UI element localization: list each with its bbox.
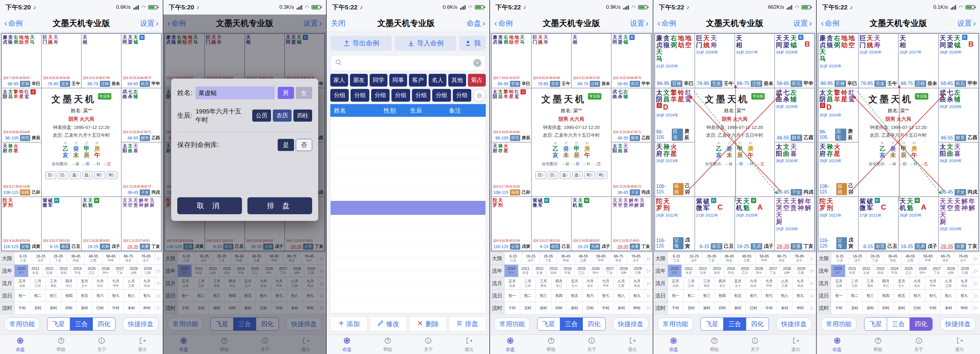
period-cell[interactable]: 巳时 bbox=[582, 302, 598, 314]
palace-cell[interactable]: 太阳文曲天喜36岁 2030年36-45子女丙戌 bbox=[939, 142, 979, 197]
period-row-next-icon[interactable]: ▷ bbox=[972, 302, 980, 314]
period-cell[interactable]: 初五 bbox=[894, 290, 910, 301]
period-cell[interactable]: 16-25戊子 bbox=[522, 252, 539, 265]
period-cell[interactable]: 初二 bbox=[520, 290, 536, 301]
period-cell[interactable]: 6-15己丑 bbox=[831, 252, 849, 265]
period-cell[interactable]: 初七 bbox=[108, 290, 124, 301]
period-cell[interactable]: 2029己酉 bbox=[631, 265, 645, 277]
period-cell[interactable]: 六月癸未 bbox=[92, 277, 108, 289]
period-cell[interactable]: 申时 bbox=[956, 302, 972, 314]
period-cell[interactable]: 初九 bbox=[956, 290, 972, 301]
period-cell[interactable]: 初九 bbox=[630, 290, 645, 301]
period-cell[interactable]: 初四 bbox=[61, 290, 77, 301]
period-cell[interactable]: 初三 bbox=[863, 290, 878, 301]
period-cell[interactable]: 2027丁未 bbox=[113, 265, 127, 277]
period-cell[interactable]: 16-25戊子 bbox=[686, 252, 703, 265]
period-cell[interactable]: 四月辛巳 bbox=[715, 277, 730, 289]
period-cell[interactable]: 八月乙酉 bbox=[614, 277, 630, 289]
period-cell[interactable]: 初一 bbox=[504, 290, 520, 301]
period-row-label[interactable]: 流年 bbox=[653, 265, 668, 277]
palace-cell[interactable]: 太阴文昌擎羊铃星红鸾忌D30岁 2024年96-105田宅庚辰 bbox=[818, 88, 858, 142]
period-cell[interactable]: 6-15己丑 bbox=[504, 252, 522, 265]
male-button[interactable]: 男 bbox=[278, 87, 294, 99]
common-functions-button[interactable]: 常用功能 bbox=[494, 317, 530, 331]
period-cell[interactable]: 初三 bbox=[699, 290, 715, 301]
period-cell[interactable]: 66-75癸未 bbox=[120, 252, 137, 265]
period-cell[interactable]: 2028戊申 bbox=[617, 265, 631, 277]
period-row-label[interactable]: 流月 bbox=[817, 277, 831, 289]
period-cell[interactable]: 初二 bbox=[30, 290, 46, 301]
import-cases-button[interactable]: 导入命例 bbox=[395, 36, 456, 51]
mode-option-2[interactable]: 四化 bbox=[583, 318, 605, 330]
period-cell[interactable]: 初八 bbox=[941, 290, 956, 301]
palace-cell[interactable]: 天府禄存火星流年:5.17.29.41.53.65106-115福德己卯 bbox=[2, 142, 41, 197]
palace-cell[interactable]: 廉贞贪狼右弼地劫地空天马流年:7.19.31.43.55.6786-95官禄辛巳 bbox=[492, 33, 531, 88]
case-row[interactable] bbox=[331, 201, 485, 215]
palace-cell[interactable]: 太阳文曲天喜流年:12.24.36.48.60.7236-45子女丙戌 bbox=[611, 142, 651, 197]
period-cell[interactable]: 初六 bbox=[92, 290, 108, 301]
stepper-button[interactable]: 盘↓ bbox=[572, 171, 583, 179]
case-row[interactable] bbox=[331, 257, 485, 271]
period-cell[interactable]: 初八 bbox=[777, 290, 793, 301]
period-row-next-icon[interactable]: ▷ bbox=[808, 252, 816, 265]
period-cell[interactable]: 巳时 bbox=[92, 302, 108, 314]
period-cell[interactable]: 巳时 bbox=[746, 302, 762, 314]
palace-cell[interactable]: 天机天魁禄流年:2.14.26.38.50.6216-25兄弟戊子 bbox=[81, 197, 121, 251]
period-cell[interactable]: 2026丙午 bbox=[99, 265, 113, 277]
period-row-next-icon[interactable]: ▷ bbox=[645, 277, 653, 289]
palace-cell[interactable]: 武曲七杀左辅流年:11.23.35.47.59.7146-55财帛乙酉 bbox=[121, 88, 161, 142]
period-cell[interactable]: 五月壬午 bbox=[567, 277, 582, 289]
period-cell[interactable]: 2026丙午 bbox=[589, 265, 603, 277]
period-cell[interactable]: 76-85壬午 bbox=[137, 252, 155, 265]
tab-about[interactable]: 关于 bbox=[898, 335, 939, 354]
cancel-button[interactable]: 取 消 bbox=[177, 197, 242, 214]
period-cell[interactable]: 2023癸卯 bbox=[547, 265, 560, 277]
palace-cell[interactable]: 陀罗天刑流年:4.16.28.40.52.64116-125父母戊寅 bbox=[2, 197, 41, 251]
mode-option-1[interactable]: 三合 bbox=[560, 318, 583, 330]
period-cell[interactable]: 66-75癸未 bbox=[610, 252, 627, 265]
period-cell[interactable]: 初二 bbox=[684, 290, 699, 301]
nav-close-button[interactable]: 关闭 bbox=[331, 18, 345, 28]
period-row-next-icon[interactable]: ▷ bbox=[645, 252, 653, 265]
action-edit-button[interactable]: 修改 bbox=[370, 316, 407, 332]
period-row-next-icon[interactable]: ▷ bbox=[808, 265, 816, 277]
stepper-button[interactable]: 时↑ bbox=[584, 171, 595, 179]
paipan-button[interactable]: 排 盘 bbox=[247, 197, 312, 214]
action-add-button[interactable]: 添加 bbox=[330, 316, 368, 332]
period-cell[interactable]: 辰时 bbox=[77, 302, 92, 314]
period-cell[interactable]: 46-55乙酉 bbox=[902, 252, 919, 265]
period-row-label[interactable]: 流时 bbox=[0, 302, 14, 314]
palace-cell[interactable]: 太阳文曲天喜流年:12.24.36.48.60.7236-45子女丙戌 bbox=[121, 142, 161, 197]
period-row-next-icon[interactable]: ▷ bbox=[808, 290, 816, 301]
category-tab-4[interactable]: 客户 bbox=[409, 74, 427, 86]
period-cell[interactable]: 卯时 bbox=[878, 302, 894, 314]
period-cell[interactable]: 6-15己丑 bbox=[14, 252, 32, 265]
period-cell[interactable]: 初五 bbox=[730, 290, 746, 301]
case-row[interactable] bbox=[331, 159, 485, 173]
period-row-label[interactable]: 大限 bbox=[817, 252, 831, 265]
period-cell[interactable]: 2028戊申 bbox=[780, 265, 794, 277]
period-cell[interactable]: 2024甲辰 bbox=[561, 265, 575, 277]
period-cell[interactable]: 二月己卯 bbox=[30, 277, 46, 289]
period-cell[interactable]: 申时 bbox=[793, 302, 808, 314]
palace-cell[interactable]: 天哭天空天贵解神年解天厨25岁 2019年26-35夫妻丁亥 bbox=[775, 197, 815, 251]
period-row-next-icon[interactable]: ▷ bbox=[808, 277, 816, 289]
case-row[interactable] bbox=[331, 229, 485, 243]
period-cell[interactable]: 七月甲申 bbox=[108, 277, 124, 289]
group-button-6[interactable]: 分组 bbox=[453, 89, 471, 102]
period-cell[interactable]: 七月甲申 bbox=[925, 277, 941, 289]
period-cell[interactable]: 辰时 bbox=[730, 302, 746, 314]
period-cell[interactable]: 卯时 bbox=[715, 302, 730, 314]
period-row-label[interactable]: 流日 bbox=[490, 290, 504, 301]
period-cell[interactable]: 26-35丁亥 bbox=[539, 252, 557, 265]
period-row-next-icon[interactable]: ▷ bbox=[645, 290, 653, 301]
name-input[interactable]: 菜虚鲲 bbox=[196, 86, 275, 99]
period-cell[interactable]: 九月丙戌 bbox=[630, 277, 645, 289]
period-cell[interactable]: 未时 bbox=[614, 302, 630, 314]
quick-chart-button[interactable]: 快捷排盘 bbox=[123, 317, 159, 331]
period-cell[interactable]: 八月乙酉 bbox=[777, 277, 793, 289]
period-cell[interactable]: 2027丁未 bbox=[603, 265, 617, 277]
category-tab-2[interactable]: 同学 bbox=[370, 74, 387, 86]
period-cell[interactable]: 26-35丁亥 bbox=[867, 252, 884, 265]
case-row[interactable] bbox=[331, 131, 485, 145]
